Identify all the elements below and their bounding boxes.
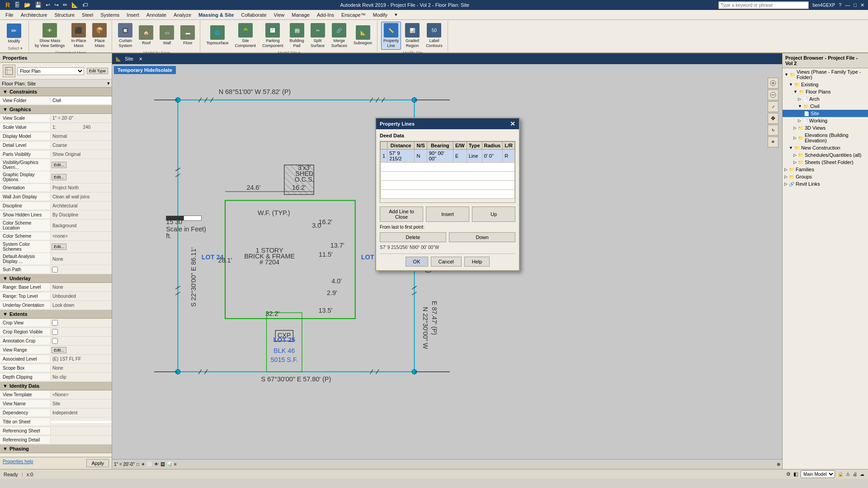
pb-item-revit-links[interactable]: ▷ 🔗 Revit Links	[783, 180, 868, 188]
pb-item-3d-views[interactable]: ▷ 📁 3D Views	[783, 124, 868, 131]
qa-tag[interactable]: 🏷	[81, 2, 89, 8]
help-button[interactable]: Help	[464, 257, 490, 267]
shadows-icon[interactable]: ☀	[141, 462, 145, 467]
ribbon-btn-wall[interactable]: ▭ Wall	[157, 24, 176, 47]
deed-row-empty-1[interactable]	[381, 163, 515, 172]
ribbon-btn-show-mass[interactable]: 👁 Show Massby View Settings	[33, 22, 67, 50]
view-tab-label[interactable]: Site	[125, 56, 133, 61]
nav-look[interactable]: 👁	[768, 136, 778, 147]
apply-button[interactable]: Apply	[86, 459, 109, 467]
section-constraints[interactable]: ▼ Constraints	[0, 88, 112, 96]
qa-measure[interactable]: 📐	[70, 2, 80, 8]
render-icon[interactable]: 🖼	[160, 462, 165, 467]
cancel-button[interactable]: Cancel	[431, 257, 462, 267]
menu-addins[interactable]: Add-Ins	[313, 11, 338, 19]
graphic-display-edit-btn[interactable]: Edit...	[52, 174, 66, 180]
nav-fit[interactable]: ⤢	[768, 101, 778, 112]
dialog-close-button[interactable]: ✕	[510, 120, 515, 127]
properties-scroll-area[interactable]: ▼ Constraints View Folder ▼ Graphics Vie…	[0, 88, 112, 457]
menu-steel[interactable]: Steel	[78, 11, 97, 19]
section-graphics[interactable]: ▼ Graphics	[0, 105, 112, 114]
menu-massing[interactable]: Massing & Site	[195, 11, 237, 19]
nav-zoom-out[interactable]	[768, 89, 778, 100]
print-icon[interactable]: 🖨	[853, 472, 857, 477]
temp-hide-banner[interactable]: Temporary Hide/Isolate	[114, 66, 176, 74]
menu-annotate[interactable]: Annotate	[143, 11, 170, 19]
insert-btn[interactable]: Insert	[426, 206, 469, 222]
qa-undo[interactable]: ↩	[44, 2, 52, 8]
qa-open[interactable]: 📂	[23, 2, 32, 8]
workset-btn[interactable]: 🔒	[838, 472, 843, 477]
properties-help-link[interactable]: Properties help	[3, 459, 33, 467]
search-input[interactable]	[718, 1, 809, 9]
menu-file[interactable]: File	[2, 11, 17, 19]
pb-item-groups[interactable]: ▷ 📁 Groups	[783, 173, 868, 180]
pb-item-sheets[interactable]: ▷ 📁 Sheets (Sheet Folder)	[783, 159, 868, 166]
ribbon-btn-subregion[interactable]: 📐 Subregion	[351, 24, 374, 47]
deed-row-1[interactable]: 1 57' 9 215/2 N 90° 00' 00" E Line 0' 0"…	[381, 150, 515, 163]
menu-view[interactable]: View	[270, 11, 288, 19]
pb-item-elevations[interactable]: ▷ 📁 Elevations (Building Elevation)	[783, 131, 868, 144]
menu-modify[interactable]: Modify	[369, 11, 391, 19]
menu-structure[interactable]: Structure	[51, 11, 78, 19]
system-color-edit-btn[interactable]: Edit...	[52, 244, 66, 250]
crop-region-visible-checkbox[interactable]	[52, 329, 58, 335]
analysis-warning[interactable]: ⚠	[846, 472, 850, 477]
menu-manage[interactable]: Manage	[288, 11, 313, 19]
menu-collaborate[interactable]: Collaborate	[237, 11, 270, 19]
view-range-edit-btn[interactable]: Edit...	[52, 347, 66, 353]
cloud-icon[interactable]: ☁	[860, 472, 864, 477]
pb-item-schedules[interactable]: ▷ 📁 Schedules/Quantities (all)	[783, 151, 868, 159]
menu-enscape[interactable]: Enscape™	[338, 11, 369, 19]
deed-data-table-scroll[interactable]: Distance N/S Bearing E/W Type Radius L/R…	[380, 141, 515, 203]
pb-item-floor-plans[interactable]: ▼ 📁 Floor Plans	[783, 88, 868, 95]
model-icon[interactable]: □	[137, 462, 139, 467]
section-identity[interactable]: ▼ Identity Data	[0, 382, 112, 390]
deed-row-empty-2[interactable]	[381, 172, 515, 181]
qa-redo[interactable]: ↪	[53, 2, 60, 8]
ribbon-btn-building-pad[interactable]: 🏢 BuildingPad	[288, 22, 307, 50]
pb-scroll-area[interactable]: ▼ 📁 Views (Phase - Family Type - Folder)…	[783, 68, 868, 469]
qa-new[interactable]: 🗄	[13, 2, 21, 8]
ribbon-btn-modify[interactable]: ✏ Modify	[5, 22, 24, 45]
nav-wheel-icon[interactable]: ⊕	[777, 462, 780, 467]
sun-path-checkbox[interactable]	[52, 267, 58, 272]
ribbon-btn-roof[interactable]: 🏠 Roof	[137, 24, 156, 47]
help-btn[interactable]: ?	[839, 2, 841, 8]
nav-orbit[interactable]: ↻	[768, 125, 778, 136]
menu-extra[interactable]: ▾	[391, 11, 401, 19]
menu-analyze[interactable]: Analyze	[170, 11, 195, 19]
nav-pan[interactable]: ✥	[768, 113, 778, 124]
pb-item-new-construction[interactable]: ▼ 📁 New Construction	[783, 144, 868, 151]
section-phasing[interactable]: ▼ Phasing	[0, 445, 112, 453]
qa-save[interactable]: 💾	[33, 2, 43, 8]
down-btn[interactable]: Down	[449, 232, 515, 242]
pb-item-working[interactable]: ▷ 📄 Working	[783, 117, 868, 124]
close-btn[interactable]: ✕	[860, 2, 864, 8]
delete-btn[interactable]: Delete	[380, 232, 446, 242]
deed-row-empty-3[interactable]	[381, 181, 515, 190]
ribbon-btn-site-component[interactable]: 🌳 SiteComponent	[232, 22, 258, 50]
visibility-graphics-edit-btn[interactable]: Edit...	[52, 162, 66, 168]
view-folder-input[interactable]	[51, 97, 112, 104]
pb-item-views[interactable]: ▼ 📁 Views (Phase - Family Type - Folder)	[783, 68, 868, 81]
minimize-btn[interactable]: —	[845, 2, 850, 8]
pb-item-arch[interactable]: ▷ 📄 Arch	[783, 95, 868, 103]
maximize-btn[interactable]: □	[854, 2, 857, 8]
pb-item-existing[interactable]: ▼ 📁 Existing	[783, 81, 868, 88]
ribbon-btn-inplace-mass[interactable]: ⬛ In-PlaceMass	[69, 22, 88, 50]
up-btn[interactable]: Up	[472, 206, 515, 222]
detail-icon[interactable]: ≡	[174, 462, 177, 467]
menu-systems[interactable]: Systems	[97, 11, 123, 19]
crop-icon[interactable]: ⬜	[147, 462, 152, 467]
menu-insert[interactable]: Insert	[123, 11, 143, 19]
menu-architecture[interactable]: Architecture	[17, 11, 51, 19]
ribbon-btn-curtain-system[interactable]: 🔲 CurtainSystem	[116, 22, 135, 50]
ribbon-btn-label-contours[interactable]: 50 LabelContours	[424, 22, 445, 50]
scale-icon[interactable]: 1" = 20'-0"	[114, 462, 135, 467]
ribbon-btn-property-line[interactable]: 📏 PropertyLine	[381, 22, 401, 50]
ribbon-btn-toposurface[interactable]: 🌐 Toposurface	[204, 24, 231, 47]
analysis-icon[interactable]: 📊	[167, 462, 172, 467]
deed-row-empty-4[interactable]	[381, 190, 515, 199]
view-tab-close[interactable]: ✕	[139, 56, 142, 61]
